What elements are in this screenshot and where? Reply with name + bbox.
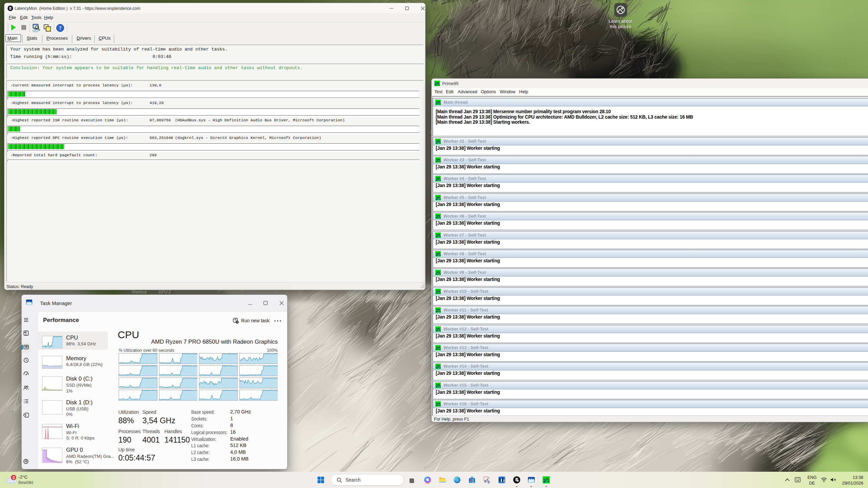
svg-text:-1: -1 xyxy=(438,159,441,163)
svg-text:?: ? xyxy=(59,25,62,31)
svg-text:-1: -1 xyxy=(438,140,441,144)
svg-text:-1: -1 xyxy=(546,479,550,483)
svg-text:-1: -1 xyxy=(438,365,441,369)
svg-text:-1: -1 xyxy=(438,253,441,257)
svg-text:3: 3 xyxy=(13,475,15,480)
svg-text:-1: -1 xyxy=(438,403,441,407)
svg-text:-1: -1 xyxy=(438,290,441,294)
svg-text:-1: -1 xyxy=(438,347,441,350)
svg-text:-1: -1 xyxy=(438,178,441,181)
svg-text:-1: -1 xyxy=(437,82,440,86)
svg-text:-1: -1 xyxy=(438,328,441,332)
svg-text:-1: -1 xyxy=(438,215,441,219)
svg-text:-1: -1 xyxy=(438,271,441,275)
svg-text:-1: -1 xyxy=(438,101,441,105)
svg-text:-1: -1 xyxy=(438,197,441,200)
svg-text:-1: -1 xyxy=(438,384,441,388)
svg-text:-1: -1 xyxy=(438,234,441,238)
svg-text:-1: -1 xyxy=(438,309,441,313)
